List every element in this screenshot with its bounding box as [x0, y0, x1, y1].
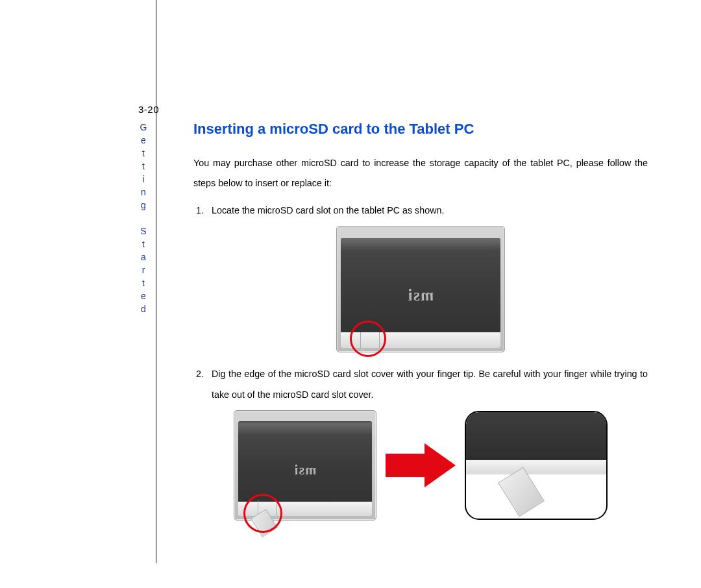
figure-1: msi: [193, 226, 648, 352]
highlight-circle-icon: [350, 321, 386, 357]
tablet-gloss: [238, 423, 372, 434]
page-number: 3-20: [138, 104, 159, 115]
inset-lightbar: [466, 460, 606, 474]
arrow-shaft: [386, 454, 426, 477]
step-1: 1. Locate the microSD card slot on the t…: [193, 201, 648, 221]
step-2-text: Dig the edge of the microSD card slot co…: [212, 369, 648, 399]
content-area: Inserting a microSD card to the Tablet P…: [193, 121, 648, 521]
highlight-circle-icon: [243, 494, 282, 533]
inset-dark: [466, 412, 606, 460]
tablet-illustration-1: msi: [336, 226, 505, 352]
inset-detail: [465, 411, 608, 520]
arrow-head: [424, 443, 456, 487]
page-heading: Inserting a microSD card to the Tablet P…: [193, 121, 648, 138]
step-1-text: Locate the microSD card slot on the tabl…: [212, 205, 444, 215]
manual-page: 3-20 Getting Started Inserting a microSD…: [0, 0, 701, 588]
brand-logo: msi: [233, 461, 377, 478]
tablet-illustration-2: msi: [234, 410, 376, 521]
tablet-gloss: [341, 238, 500, 250]
arrow-right-icon: [386, 446, 456, 485]
section-label: Getting Started: [138, 122, 149, 317]
step-2-number: 2.: [196, 364, 204, 384]
step-2: 2. Dig the edge of the microSD card slot…: [193, 364, 648, 405]
inset-flap: [498, 467, 545, 517]
brand-logo: msi: [336, 286, 506, 305]
intro-paragraph: You may purchase other microSD card to i…: [193, 153, 648, 194]
step-1-number: 1.: [196, 201, 204, 221]
vertical-divider: [156, 0, 156, 563]
figure-2-row: msi: [193, 410, 648, 521]
